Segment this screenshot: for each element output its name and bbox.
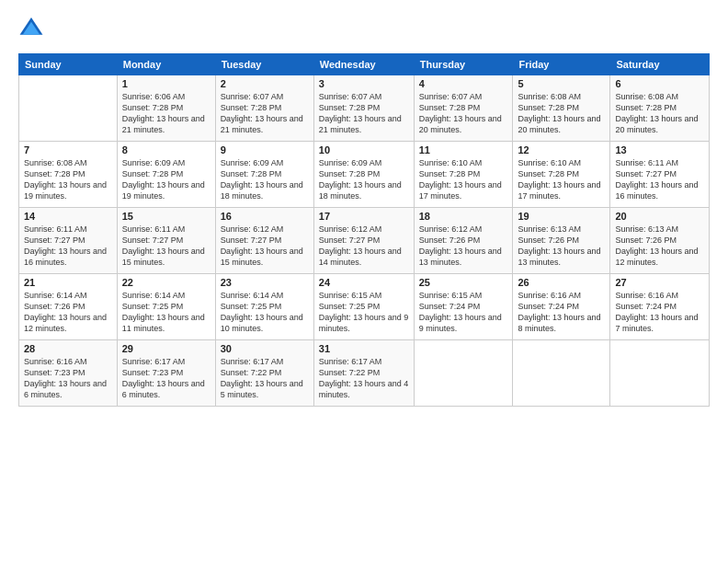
calendar-cell: 18 Sunrise: 6:12 AM Sunset: 7:26 PM Dayl… <box>414 208 513 274</box>
day-info: Sunrise: 6:07 AM Sunset: 7:28 PM Dayligh… <box>319 91 409 136</box>
calendar-cell: 26 Sunrise: 6:16 AM Sunset: 7:24 PM Dayl… <box>513 274 610 340</box>
day-number: 25 <box>419 277 508 288</box>
calendar-cell: 17 Sunrise: 6:12 AM Sunset: 7:27 PM Dayl… <box>313 208 414 274</box>
calendar-cell: 25 Sunrise: 6:15 AM Sunset: 7:24 PM Dayl… <box>414 274 513 340</box>
day-number: 5 <box>518 78 605 89</box>
col-thursday: Thursday <box>414 54 513 75</box>
day-number: 6 <box>615 78 704 89</box>
day-info: Sunrise: 6:16 AM Sunset: 7:23 PM Dayligh… <box>24 356 112 401</box>
page: Sunday Monday Tuesday Wednesday Thursday… <box>0 0 728 563</box>
day-number: 1 <box>122 78 210 89</box>
calendar-cell: 4 Sunrise: 6:07 AM Sunset: 7:28 PM Dayli… <box>414 75 513 142</box>
col-tuesday: Tuesday <box>215 54 313 75</box>
calendar-cell: 16 Sunrise: 6:12 AM Sunset: 7:27 PM Dayl… <box>215 208 313 274</box>
day-number: 23 <box>221 277 309 288</box>
calendar-cell: 23 Sunrise: 6:14 AM Sunset: 7:25 PM Dayl… <box>215 274 313 340</box>
day-number: 17 <box>319 211 409 222</box>
day-number: 28 <box>24 343 112 354</box>
day-info: Sunrise: 6:10 AM Sunset: 7:28 PM Dayligh… <box>419 157 508 202</box>
day-info: Sunrise: 6:14 AM Sunset: 7:26 PM Dayligh… <box>24 290 112 335</box>
header-row: Sunday Monday Tuesday Wednesday Thursday… <box>19 54 710 75</box>
day-info: Sunrise: 6:06 AM Sunset: 7:28 PM Dayligh… <box>122 91 210 136</box>
header <box>18 15 710 44</box>
calendar-cell: 1 Sunrise: 6:06 AM Sunset: 7:28 PM Dayli… <box>117 75 215 142</box>
calendar-cell: 24 Sunrise: 6:15 AM Sunset: 7:25 PM Dayl… <box>313 274 414 340</box>
calendar-cell: 27 Sunrise: 6:16 AM Sunset: 7:24 PM Dayl… <box>610 274 710 340</box>
col-wednesday: Wednesday <box>313 54 414 75</box>
day-number: 22 <box>122 277 210 288</box>
calendar-cell: 6 Sunrise: 6:08 AM Sunset: 7:28 PM Dayli… <box>610 75 710 142</box>
col-monday: Monday <box>117 54 215 75</box>
day-number: 13 <box>615 144 704 155</box>
calendar-cell: 20 Sunrise: 6:13 AM Sunset: 7:26 PM Dayl… <box>610 208 710 274</box>
logo <box>18 15 46 44</box>
day-info: Sunrise: 6:15 AM Sunset: 7:24 PM Dayligh… <box>419 290 508 335</box>
day-info: Sunrise: 6:17 AM Sunset: 7:22 PM Dayligh… <box>221 356 309 401</box>
week-row-3: 14 Sunrise: 6:11 AM Sunset: 7:27 PM Dayl… <box>19 208 710 274</box>
day-number: 24 <box>319 277 409 288</box>
week-row-5: 28 Sunrise: 6:16 AM Sunset: 7:23 PM Dayl… <box>19 340 710 407</box>
day-number: 9 <box>221 144 309 155</box>
day-info: Sunrise: 6:10 AM Sunset: 7:28 PM Dayligh… <box>518 157 605 202</box>
day-info: Sunrise: 6:08 AM Sunset: 7:28 PM Dayligh… <box>615 91 704 136</box>
day-info: Sunrise: 6:17 AM Sunset: 7:23 PM Dayligh… <box>122 356 210 401</box>
week-row-4: 21 Sunrise: 6:14 AM Sunset: 7:26 PM Dayl… <box>19 274 710 340</box>
calendar-cell: 14 Sunrise: 6:11 AM Sunset: 7:27 PM Dayl… <box>19 208 118 274</box>
day-number: 18 <box>419 211 508 222</box>
col-friday: Friday <box>513 54 610 75</box>
day-number: 20 <box>615 211 704 222</box>
day-info: Sunrise: 6:17 AM Sunset: 7:22 PM Dayligh… <box>319 356 409 401</box>
day-number: 29 <box>122 343 210 354</box>
day-number: 27 <box>615 277 704 288</box>
day-info: Sunrise: 6:09 AM Sunset: 7:28 PM Dayligh… <box>122 157 210 202</box>
calendar-cell: 3 Sunrise: 6:07 AM Sunset: 7:28 PM Dayli… <box>313 75 414 142</box>
week-row-2: 7 Sunrise: 6:08 AM Sunset: 7:28 PM Dayli… <box>19 142 710 208</box>
day-info: Sunrise: 6:11 AM Sunset: 7:27 PM Dayligh… <box>615 157 704 202</box>
day-info: Sunrise: 6:08 AM Sunset: 7:28 PM Dayligh… <box>518 91 605 136</box>
day-info: Sunrise: 6:07 AM Sunset: 7:28 PM Dayligh… <box>221 91 309 136</box>
day-info: Sunrise: 6:16 AM Sunset: 7:24 PM Dayligh… <box>615 290 704 335</box>
calendar-cell <box>414 340 513 407</box>
day-number: 16 <box>221 211 309 222</box>
calendar-cell: 22 Sunrise: 6:14 AM Sunset: 7:25 PM Dayl… <box>117 274 215 340</box>
day-info: Sunrise: 6:12 AM Sunset: 7:27 PM Dayligh… <box>221 224 309 269</box>
calendar-cell: 5 Sunrise: 6:08 AM Sunset: 7:28 PM Dayli… <box>513 75 610 142</box>
day-number: 11 <box>419 144 508 155</box>
calendar-cell: 28 Sunrise: 6:16 AM Sunset: 7:23 PM Dayl… <box>19 340 118 407</box>
day-info: Sunrise: 6:14 AM Sunset: 7:25 PM Dayligh… <box>221 290 309 335</box>
day-number: 12 <box>518 144 605 155</box>
calendar-cell: 12 Sunrise: 6:10 AM Sunset: 7:28 PM Dayl… <box>513 142 610 208</box>
day-number: 8 <box>122 144 210 155</box>
day-number: 7 <box>24 144 112 155</box>
day-number: 26 <box>518 277 605 288</box>
calendar-cell: 31 Sunrise: 6:17 AM Sunset: 7:22 PM Dayl… <box>313 340 414 407</box>
calendar-cell: 29 Sunrise: 6:17 AM Sunset: 7:23 PM Dayl… <box>117 340 215 407</box>
calendar-cell: 11 Sunrise: 6:10 AM Sunset: 7:28 PM Dayl… <box>414 142 513 208</box>
day-info: Sunrise: 6:12 AM Sunset: 7:27 PM Dayligh… <box>319 224 409 269</box>
calendar-cell: 8 Sunrise: 6:09 AM Sunset: 7:28 PM Dayli… <box>117 142 215 208</box>
calendar-cell: 21 Sunrise: 6:14 AM Sunset: 7:26 PM Dayl… <box>19 274 118 340</box>
day-info: Sunrise: 6:14 AM Sunset: 7:25 PM Dayligh… <box>122 290 210 335</box>
day-number: 4 <box>419 78 508 89</box>
calendar-cell: 2 Sunrise: 6:07 AM Sunset: 7:28 PM Dayli… <box>215 75 313 142</box>
calendar-cell <box>513 340 610 407</box>
day-info: Sunrise: 6:11 AM Sunset: 7:27 PM Dayligh… <box>122 224 210 269</box>
day-number: 3 <box>319 78 409 89</box>
calendar-cell: 30 Sunrise: 6:17 AM Sunset: 7:22 PM Dayl… <box>215 340 313 407</box>
day-info: Sunrise: 6:11 AM Sunset: 7:27 PM Dayligh… <box>24 224 112 269</box>
calendar-cell: 9 Sunrise: 6:09 AM Sunset: 7:28 PM Dayli… <box>215 142 313 208</box>
calendar-cell <box>610 340 710 407</box>
calendar-cell: 19 Sunrise: 6:13 AM Sunset: 7:26 PM Dayl… <box>513 208 610 274</box>
day-number: 21 <box>24 277 112 288</box>
col-sunday: Sunday <box>19 54 118 75</box>
week-row-1: 1 Sunrise: 6:06 AM Sunset: 7:28 PM Dayli… <box>19 75 710 142</box>
day-info: Sunrise: 6:16 AM Sunset: 7:24 PM Dayligh… <box>518 290 605 335</box>
day-number: 30 <box>221 343 309 354</box>
day-info: Sunrise: 6:13 AM Sunset: 7:26 PM Dayligh… <box>615 224 704 269</box>
day-info: Sunrise: 6:09 AM Sunset: 7:28 PM Dayligh… <box>221 157 309 202</box>
day-number: 10 <box>319 144 409 155</box>
logo-icon <box>18 15 44 44</box>
day-number: 14 <box>24 211 112 222</box>
day-number: 15 <box>122 211 210 222</box>
day-info: Sunrise: 6:15 AM Sunset: 7:25 PM Dayligh… <box>319 290 409 335</box>
